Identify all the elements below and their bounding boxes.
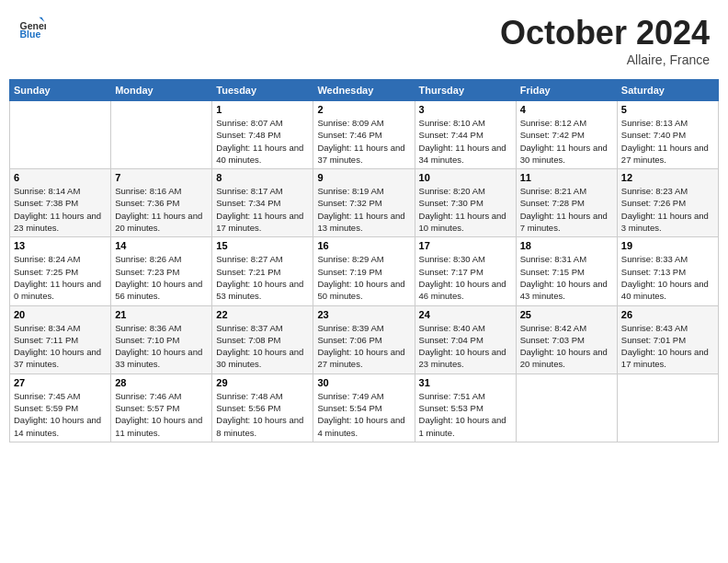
calendar-week-4: 20Sunrise: 8:34 AM Sunset: 7:11 PM Dayli… — [10, 305, 719, 373]
day-info: Sunrise: 8:17 AM Sunset: 7:34 PM Dayligh… — [216, 185, 309, 234]
day-number: 27 — [14, 377, 107, 388]
header-saturday: Saturday — [617, 80, 718, 101]
day-number: 17 — [419, 240, 512, 251]
calendar-cell: 25Sunrise: 8:42 AM Sunset: 7:03 PM Dayli… — [516, 305, 617, 373]
header-thursday: Thursday — [415, 80, 516, 101]
day-number: 15 — [216, 240, 309, 251]
header-monday: Monday — [111, 80, 212, 101]
day-number: 9 — [317, 172, 410, 183]
calendar-cell: 10Sunrise: 8:20 AM Sunset: 7:30 PM Dayli… — [415, 169, 516, 237]
calendar-cell: 21Sunrise: 8:36 AM Sunset: 7:10 PM Dayli… — [111, 305, 212, 373]
day-info: Sunrise: 8:43 AM Sunset: 7:01 PM Dayligh… — [621, 322, 714, 371]
calendar-cell: 4Sunrise: 8:12 AM Sunset: 7:42 PM Daylig… — [516, 101, 617, 169]
calendar-cell — [10, 101, 111, 169]
calendar-cell: 17Sunrise: 8:30 AM Sunset: 7:17 PM Dayli… — [415, 237, 516, 305]
calendar-cell: 27Sunrise: 7:45 AM Sunset: 5:59 PM Dayli… — [10, 373, 111, 442]
day-info: Sunrise: 8:33 AM Sunset: 7:13 PM Dayligh… — [621, 253, 714, 302]
calendar-cell: 11Sunrise: 8:21 AM Sunset: 7:28 PM Dayli… — [516, 169, 617, 237]
calendar-table: Sunday Monday Tuesday Wednesday Thursday… — [9, 79, 719, 442]
calendar-cell — [111, 101, 212, 169]
day-info: Sunrise: 7:49 AM Sunset: 5:54 PM Dayligh… — [317, 390, 410, 439]
calendar-cell: 29Sunrise: 7:48 AM Sunset: 5:56 PM Dayli… — [212, 373, 313, 442]
day-number: 14 — [115, 240, 208, 251]
calendar-cell: 14Sunrise: 8:26 AM Sunset: 7:23 PM Dayli… — [111, 237, 212, 305]
day-info: Sunrise: 8:36 AM Sunset: 7:10 PM Dayligh… — [115, 322, 208, 371]
calendar-cell: 31Sunrise: 7:51 AM Sunset: 5:53 PM Dayli… — [415, 373, 516, 442]
day-info: Sunrise: 8:10 AM Sunset: 7:44 PM Dayligh… — [419, 117, 512, 166]
day-info: Sunrise: 8:20 AM Sunset: 7:30 PM Dayligh… — [419, 185, 512, 234]
day-info: Sunrise: 8:14 AM Sunset: 7:38 PM Dayligh… — [14, 185, 107, 234]
logo: General Blue — [18, 14, 50, 41]
calendar-week-1: 1Sunrise: 8:07 AM Sunset: 7:48 PM Daylig… — [10, 101, 719, 169]
day-info: Sunrise: 8:19 AM Sunset: 7:32 PM Dayligh… — [317, 185, 410, 234]
calendar-cell: 16Sunrise: 8:29 AM Sunset: 7:19 PM Dayli… — [313, 237, 415, 305]
day-info: Sunrise: 8:34 AM Sunset: 7:11 PM Dayligh… — [14, 322, 107, 371]
day-number: 5 — [621, 104, 714, 115]
svg-text:Blue: Blue — [20, 29, 41, 40]
calendar-cell: 30Sunrise: 7:49 AM Sunset: 5:54 PM Dayli… — [313, 373, 415, 442]
day-info: Sunrise: 8:31 AM Sunset: 7:15 PM Dayligh… — [520, 253, 613, 302]
day-info: Sunrise: 8:26 AM Sunset: 7:23 PM Dayligh… — [115, 253, 208, 302]
calendar-cell: 6Sunrise: 8:14 AM Sunset: 7:38 PM Daylig… — [10, 169, 111, 237]
title-block: October 2024 Allaire, France — [500, 14, 710, 67]
calendar-cell: 19Sunrise: 8:33 AM Sunset: 7:13 PM Dayli… — [617, 237, 718, 305]
day-number: 8 — [216, 172, 309, 183]
day-info: Sunrise: 8:09 AM Sunset: 7:46 PM Dayligh… — [317, 117, 410, 166]
day-number: 31 — [419, 377, 512, 388]
calendar-week-5: 27Sunrise: 7:45 AM Sunset: 5:59 PM Dayli… — [10, 373, 719, 442]
day-number: 29 — [216, 377, 309, 388]
header-sunday: Sunday — [10, 80, 111, 101]
day-number: 3 — [419, 104, 512, 115]
header-tuesday: Tuesday — [212, 80, 313, 101]
calendar-cell: 23Sunrise: 8:39 AM Sunset: 7:06 PM Dayli… — [313, 305, 415, 373]
day-number: 26 — [621, 309, 714, 320]
calendar-cell: 15Sunrise: 8:27 AM Sunset: 7:21 PM Dayli… — [212, 237, 313, 305]
calendar-cell: 20Sunrise: 8:34 AM Sunset: 7:11 PM Dayli… — [10, 305, 111, 373]
calendar-cell — [516, 373, 617, 442]
day-info: Sunrise: 8:13 AM Sunset: 7:40 PM Dayligh… — [621, 117, 714, 166]
page-header: General Blue October 2024 Allaire, Franc… — [9, 9, 719, 72]
day-number: 6 — [14, 172, 107, 183]
calendar-cell: 2Sunrise: 8:09 AM Sunset: 7:46 PM Daylig… — [313, 101, 415, 169]
day-number: 4 — [520, 104, 613, 115]
calendar-cell: 7Sunrise: 8:16 AM Sunset: 7:36 PM Daylig… — [111, 169, 212, 237]
day-number: 25 — [520, 309, 613, 320]
day-number: 12 — [621, 172, 714, 183]
day-number: 20 — [14, 309, 107, 320]
calendar-cell: 5Sunrise: 8:13 AM Sunset: 7:40 PM Daylig… — [617, 101, 718, 169]
day-number: 1 — [216, 104, 309, 115]
calendar-cell: 1Sunrise: 8:07 AM Sunset: 7:48 PM Daylig… — [212, 101, 313, 169]
calendar-location: Allaire, France — [500, 52, 710, 67]
day-info: Sunrise: 8:12 AM Sunset: 7:42 PM Dayligh… — [520, 117, 613, 166]
day-number: 2 — [317, 104, 410, 115]
day-info: Sunrise: 8:07 AM Sunset: 7:48 PM Dayligh… — [216, 117, 309, 166]
day-info: Sunrise: 7:45 AM Sunset: 5:59 PM Dayligh… — [14, 390, 107, 439]
day-info: Sunrise: 7:46 AM Sunset: 5:57 PM Dayligh… — [115, 390, 208, 439]
day-info: Sunrise: 7:48 AM Sunset: 5:56 PM Dayligh… — [216, 390, 309, 439]
day-number: 11 — [520, 172, 613, 183]
day-number: 21 — [115, 309, 208, 320]
header-friday: Friday — [516, 80, 617, 101]
day-number: 18 — [520, 240, 613, 251]
calendar-cell: 9Sunrise: 8:19 AM Sunset: 7:32 PM Daylig… — [313, 169, 415, 237]
day-number: 19 — [621, 240, 714, 251]
day-number: 7 — [115, 172, 208, 183]
day-info: Sunrise: 8:40 AM Sunset: 7:04 PM Dayligh… — [419, 322, 512, 371]
header-wednesday: Wednesday — [313, 80, 415, 101]
calendar-cell: 13Sunrise: 8:24 AM Sunset: 7:25 PM Dayli… — [10, 237, 111, 305]
day-number: 30 — [317, 377, 410, 388]
calendar-cell — [617, 373, 718, 442]
day-number: 16 — [317, 240, 410, 251]
day-info: Sunrise: 8:29 AM Sunset: 7:19 PM Dayligh… — [317, 253, 410, 302]
calendar-week-2: 6Sunrise: 8:14 AM Sunset: 7:38 PM Daylig… — [10, 169, 719, 237]
calendar-cell: 22Sunrise: 8:37 AM Sunset: 7:08 PM Dayli… — [212, 305, 313, 373]
calendar-cell: 24Sunrise: 8:40 AM Sunset: 7:04 PM Dayli… — [415, 305, 516, 373]
day-info: Sunrise: 8:23 AM Sunset: 7:26 PM Dayligh… — [621, 185, 714, 234]
calendar-week-3: 13Sunrise: 8:24 AM Sunset: 7:25 PM Dayli… — [10, 237, 719, 305]
day-info: Sunrise: 8:24 AM Sunset: 7:25 PM Dayligh… — [14, 253, 107, 302]
day-number: 24 — [419, 309, 512, 320]
day-number: 23 — [317, 309, 410, 320]
day-info: Sunrise: 8:16 AM Sunset: 7:36 PM Dayligh… — [115, 185, 208, 234]
calendar-cell: 26Sunrise: 8:43 AM Sunset: 7:01 PM Dayli… — [617, 305, 718, 373]
day-info: Sunrise: 7:51 AM Sunset: 5:53 PM Dayligh… — [419, 390, 512, 439]
